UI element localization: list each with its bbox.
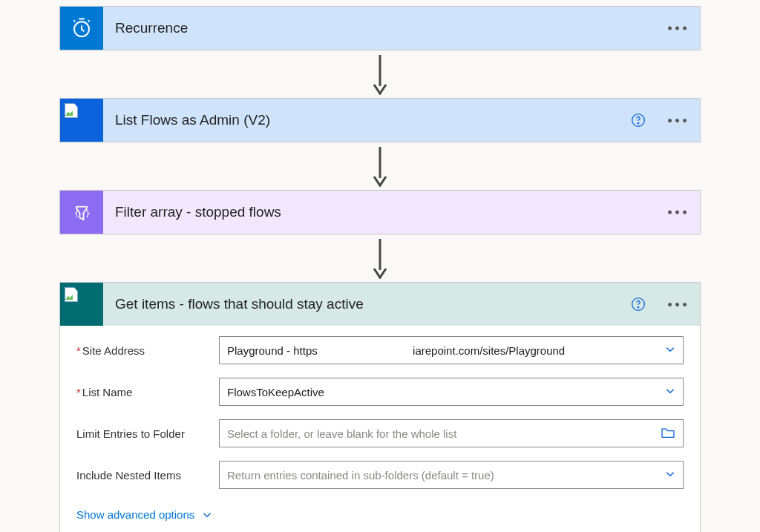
chevron-down-icon: [665, 344, 675, 355]
field-label: Limit Entries to Folder: [76, 427, 219, 440]
connector-arrow: [371, 234, 389, 282]
sharepoint-icon: [60, 283, 103, 326]
step-title: Recurrence: [115, 20, 188, 36]
step-recurrence[interactable]: Recurrence: [59, 6, 701, 50]
step-list-flows-admin[interactable]: List Flows as Admin (V2): [59, 98, 701, 142]
connector-arrow: [371, 50, 389, 98]
clock-icon: [60, 7, 103, 50]
list-name-dropdown[interactable]: FlowsToKeepActive: [219, 378, 684, 406]
field-site-address: *Site Address Playground - https iarepoi…: [76, 336, 684, 364]
connector-arrow: [371, 142, 389, 190]
chevron-down-icon: [665, 469, 675, 479]
step-get-items: Get items - flows that should stay activ…: [59, 282, 701, 532]
filter-icon: { }: [60, 191, 103, 234]
chevron-down-icon: [202, 510, 212, 520]
folder-icon[interactable]: [661, 427, 675, 439]
field-limit-entries: Limit Entries to Folder Select a folder,…: [76, 419, 684, 447]
flow-designer-canvas: Recurrence List Flows as Admin (V2): [0, 6, 760, 532]
step-menu-button[interactable]: [665, 208, 689, 217]
step-menu-button[interactable]: [665, 116, 689, 125]
step-title: Filter array - stopped flows: [115, 204, 281, 220]
svg-text:}: }: [85, 208, 91, 218]
include-nested-dropdown[interactable]: Return entries contained in sub-folders …: [219, 461, 684, 489]
field-label: *Site Address: [76, 344, 219, 357]
site-address-dropdown[interactable]: Playground - https iarepoint.com/sites/P…: [219, 336, 684, 364]
step-menu-button[interactable]: [665, 24, 689, 33]
limit-entries-input[interactable]: Select a folder, or leave blank for the …: [219, 419, 684, 447]
chevron-down-icon: [665, 386, 675, 396]
field-include-nested: Include Nested Items Return entries cont…: [76, 461, 684, 489]
help-icon[interactable]: [631, 113, 646, 128]
svg-text:{: {: [74, 208, 79, 218]
field-list-name: *List Name FlowsToKeepActive: [76, 378, 684, 406]
step-title: Get items - flows that should stay activ…: [115, 296, 364, 312]
help-icon[interactable]: [631, 297, 646, 312]
svg-point-3: [638, 123, 638, 124]
step-filter-array[interactable]: { } Filter array - stopped flows: [59, 190, 701, 234]
flow-icon: [60, 99, 103, 142]
step-title: List Flows as Admin (V2): [115, 112, 270, 128]
svg-point-9: [638, 307, 638, 308]
step-menu-button[interactable]: [665, 300, 689, 309]
step-header[interactable]: Get items - flows that should stay activ…: [60, 283, 700, 326]
show-advanced-options-link[interactable]: Show advanced options: [76, 508, 212, 521]
field-label: Include Nested Items: [76, 469, 219, 482]
field-label: *List Name: [76, 386, 219, 398]
